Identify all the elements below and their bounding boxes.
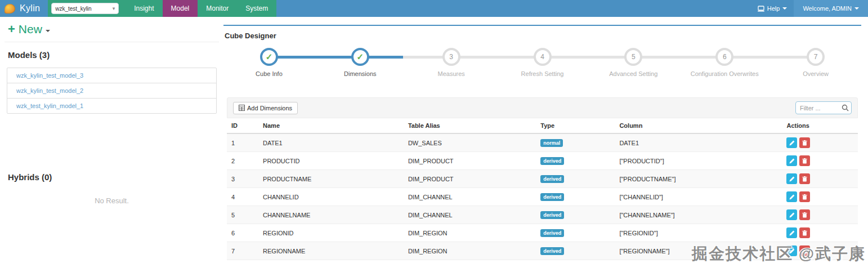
edit-button[interactable] [786, 155, 797, 166]
nav-menu-item[interactable]: Monitor [198, 0, 237, 17]
step-label: Advanced Setting [609, 70, 657, 77]
cell-name: REGIONID [258, 224, 404, 242]
wizard-step[interactable]: ✓ Cube Info [223, 48, 315, 77]
table-row: 6 REGIONID DIM_REGION derived ["REGIONID… [227, 224, 858, 242]
type-badge: normal [540, 139, 563, 147]
delete-button[interactable] [799, 209, 810, 220]
cell-column: ["PRODUCTNAME"] [615, 170, 782, 188]
step-circle: 7 [807, 48, 825, 66]
delete-button[interactable] [799, 137, 810, 148]
cell-actions [782, 242, 858, 260]
cell-id: 2 [227, 152, 258, 170]
wizard-step[interactable]: 5 Advanced Setting [588, 48, 679, 77]
table-row: 7 REGIONNAME DIM_REGION derived ["REGION… [227, 242, 858, 260]
nav-menu-item[interactable]: Insight [126, 0, 162, 17]
brand-name: Kylin [20, 3, 40, 14]
nav-menu-item[interactable]: System [237, 0, 276, 17]
trash-icon [802, 194, 807, 200]
step-circle: 5 [624, 48, 642, 66]
delete-button[interactable] [799, 155, 810, 166]
model-list-item[interactable]: wzk_test_kylin_model_1 [7, 99, 216, 113]
add-dimensions-button[interactable]: Add Dimensions [233, 102, 298, 114]
cell-column: ["REGIONNAME"] [615, 242, 782, 260]
pencil-icon [789, 248, 795, 254]
chevron-down-icon [782, 7, 787, 10]
cell-alias: DIM_PRODUCT [404, 170, 536, 188]
project-select-value: wzk_test_kylin [55, 6, 91, 12]
wizard-step[interactable]: 7 Overview [770, 48, 861, 77]
help-menu[interactable]: Help [751, 0, 794, 17]
edit-button[interactable] [786, 173, 797, 184]
cell-alias: DIM_CHANNEL [404, 188, 536, 206]
header-type: Type [536, 118, 615, 133]
trash-icon [802, 230, 807, 236]
table-row: 2 PRODUCTID DIM_PRODUCT derived ["PRODUC… [227, 152, 858, 170]
add-dimensions-label: Add Dimensions [247, 105, 292, 111]
type-badge: derived [540, 229, 564, 237]
cell-id: 1 [227, 133, 258, 152]
type-badge: derived [540, 247, 564, 255]
trash-icon [802, 176, 807, 182]
new-button[interactable]: + New [8, 23, 217, 36]
table-row: 5 CHANNELNAME DIM_CHANNEL derived ["CHAN… [227, 206, 858, 224]
step-label: Dimensions [344, 70, 376, 77]
main-content: Cube Designer ✓ Cube Info ✓ Dimensions 3… [223, 17, 861, 268]
cell-column: ["CHANNELNAME"] [615, 206, 782, 224]
models-heading: Models (3) [8, 50, 217, 60]
help-icon [758, 6, 764, 12]
filter-box [795, 101, 852, 114]
step-label: Configuration Overwrites [691, 70, 759, 77]
header-actions: Actions [782, 118, 858, 133]
edit-button[interactable] [786, 209, 797, 220]
sidebar: + New Models (3) wzk_kylin_test_model_3 … [0, 17, 223, 268]
step-label: Cube Info [256, 70, 283, 77]
step-circle: 4 [534, 48, 552, 66]
type-badge: derived [540, 175, 564, 183]
edit-button[interactable] [786, 137, 797, 148]
pencil-icon [789, 140, 795, 146]
cell-alias: DIM_REGION [404, 242, 536, 260]
project-select[interactable]: wzk_test_kylin ▾ [51, 3, 119, 14]
model-list-item[interactable]: wzk_kylin_test_model_3 [7, 68, 216, 83]
cell-alias: DIM_CHANNEL [404, 206, 536, 224]
wizard-step[interactable]: 6 Configuration Overwrites [679, 48, 770, 77]
delete-button[interactable] [799, 173, 810, 184]
delete-button[interactable] [799, 245, 810, 256]
wizard-steps: ✓ Cube Info ✓ Dimensions 3 Measures 4 Re… [223, 48, 861, 83]
wizard-step[interactable]: 3 Measures [406, 48, 497, 77]
nav-menu-item[interactable]: Model [163, 0, 198, 17]
step-circle: ✓ [260, 48, 278, 66]
cell-name: PRODUCTID [258, 152, 404, 170]
cell-type: derived [536, 242, 615, 260]
header-alias: Table Alias [404, 118, 536, 133]
cell-type: derived [536, 206, 615, 224]
trash-icon [802, 140, 807, 146]
cell-name: PRODUCTNAME [258, 170, 404, 188]
table-row: 1 DATE1 DW_SALES normal DATE1 [227, 133, 858, 152]
nav-menu: Insight Model Monitor System [126, 0, 276, 17]
panel-top-border [223, 25, 861, 26]
pencil-icon [789, 194, 795, 200]
edit-button[interactable] [786, 191, 797, 202]
brand[interactable]: Kylin [0, 0, 48, 17]
header-column: Column [615, 118, 782, 133]
model-list-item[interactable]: wzk_kylin_test_model_2 [7, 83, 216, 99]
type-badge: derived [540, 157, 564, 165]
step-circle: 6 [715, 48, 733, 66]
delete-button[interactable] [799, 191, 810, 202]
trash-icon [802, 248, 807, 254]
edit-button[interactable] [786, 245, 797, 256]
plus-icon: + [8, 24, 15, 35]
cell-actions [782, 170, 858, 188]
nav-menu-section: wzk_test_kylin ▾ Insight Model Monitor S… [48, 0, 276, 17]
delete-button[interactable] [799, 227, 810, 238]
wizard-step[interactable]: ✓ Dimensions [315, 48, 406, 77]
cell-type: derived [536, 224, 615, 242]
wizard-step[interactable]: 4 Refresh Setting [497, 48, 588, 77]
cell-id: 3 [227, 170, 258, 188]
help-label: Help [767, 5, 780, 12]
cell-id: 5 [227, 206, 258, 224]
user-menu[interactable]: Welcome, ADMIN [794, 0, 868, 17]
edit-button[interactable] [786, 227, 797, 238]
trash-icon [802, 212, 807, 218]
